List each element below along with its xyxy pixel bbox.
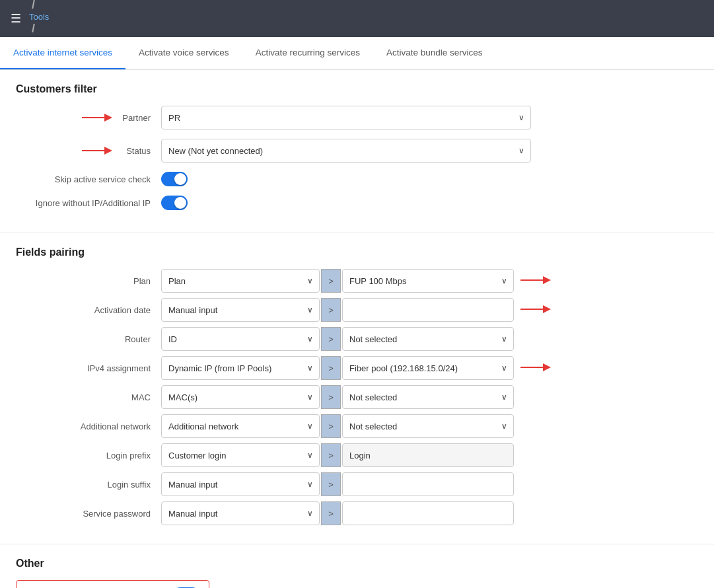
additional-network-arrow-btn[interactable]: > — [321, 414, 341, 438]
partner-arrow-indicator — [82, 112, 115, 123]
skip-active-toggle[interactable] — [161, 172, 188, 186]
skip-active-label: Skip active service check — [16, 174, 161, 184]
partner-select[interactable]: PR — [161, 106, 531, 129]
login-prefix-right: Login — [342, 443, 514, 467]
ignore-ip-row: Ignore without IP/Additional IP — [16, 196, 698, 210]
service-password-right — [342, 501, 514, 525]
service-password-label: Service password — [16, 509, 161, 519]
activation-date-label: Activation date — [16, 305, 161, 315]
router-left: ID ∨ — [161, 327, 320, 351]
login-prefix-left: Customer login ∨ — [161, 443, 320, 467]
router-arrow-btn[interactable]: > — [321, 327, 341, 351]
activation-date-arrow-btn[interactable]: > — [321, 298, 341, 322]
status-select[interactable]: New (Not yet connected) — [161, 139, 531, 163]
login-prefix-row: Login prefix Customer login ∨ > Login — [16, 443, 698, 467]
login-prefix-left-select[interactable]: Customer login — [161, 443, 320, 467]
ipv4-right-wrapper: Fiber pool (192.168.15.0/24) ∨ — [342, 356, 514, 380]
ignore-ip-toggle[interactable] — [161, 196, 188, 210]
plan-right: FUP 100 Mbps ∨ — [342, 269, 514, 293]
plan-left-select[interactable]: Plan — [161, 269, 320, 293]
service-password-left-select[interactable]: Manual input — [161, 501, 320, 525]
additional-network-row: Additional network Additional network ∨ … — [16, 414, 698, 438]
mac-right: Not selected ∨ — [342, 385, 514, 409]
login-suffix-left-wrapper: Manual input ∨ — [161, 472, 320, 496]
mac-left-select[interactable]: MAC(s) — [161, 385, 320, 409]
other-title: Other — [16, 558, 698, 570]
ipv4-right-arrow-indicator — [520, 362, 553, 375]
activation-date-input[interactable]: 2023-01-24 — [342, 298, 514, 322]
app-header: ☰ Config / Tools / Activate services — [0, 0, 714, 37]
activation-date-row: Activation date Manual input ∨ > 2023-01… — [16, 298, 698, 322]
login-suffix-left-select[interactable]: Manual input — [161, 472, 320, 496]
ipv4-label: IPv4 assignment — [16, 363, 161, 373]
status-arrow-indicator — [82, 145, 115, 156]
customers-filter-title: Customers filter — [16, 83, 698, 95]
router-right-wrapper: Not selected ∨ — [342, 327, 514, 351]
plan-right-select[interactable]: FUP 100 Mbps — [342, 269, 514, 293]
router-left-select[interactable]: ID — [161, 327, 320, 351]
ipv4-arrow-btn[interactable]: > — [321, 356, 341, 380]
breadcrumb-tools[interactable]: Tools — [29, 12, 49, 22]
plan-arrow-btn[interactable]: > — [321, 269, 341, 293]
login-suffix-row: Login suffix Manual input ∨ > — [16, 472, 698, 496]
tabs-bar: Activate internet services Activate voic… — [0, 37, 714, 70]
mac-row: MAC MAC(s) ∨ > Not selected ∨ — [16, 385, 698, 409]
mac-label: MAC — [16, 392, 161, 402]
ipv4-right-select[interactable]: Fiber pool (192.168.15.0/24) — [342, 356, 514, 380]
service-password-left: Manual input ∨ — [161, 501, 320, 525]
tab-recurring[interactable]: Activate recurring services — [242, 37, 373, 69]
tab-voice[interactable]: Activate voice services — [125, 37, 242, 69]
additional-network-left: Additional network ∨ — [161, 414, 320, 438]
ipv4-row: IPv4 assignment Dynamic IP (from IP Pool… — [16, 356, 698, 380]
router-left-wrapper: ID ∨ — [161, 327, 320, 351]
service-password-input[interactable] — [342, 501, 514, 525]
login-prefix-value: Login — [342, 443, 514, 467]
ipv4-red-arrow-icon — [520, 362, 553, 373]
additional-network-right: Not selected ∨ — [342, 414, 514, 438]
plan-left: Plan ∨ — [161, 269, 320, 293]
plan-right-arrow-indicator — [520, 275, 553, 287]
login-suffix-left: Manual input ∨ — [161, 472, 320, 496]
partner-row: Partner PR ∨ — [16, 106, 698, 129]
other-section: Other Set customers as "Active" on Submi… — [0, 544, 714, 588]
activation-date-left-select[interactable]: Manual input — [161, 298, 320, 322]
additional-network-label: Additional network — [16, 422, 161, 431]
additional-network-right-wrapper: Not selected ∨ — [342, 414, 514, 438]
mac-arrow-btn[interactable]: > — [321, 385, 341, 409]
service-password-left-wrapper: Manual input ∨ — [161, 501, 320, 525]
fields-pairing-title: Fields pairing — [16, 246, 698, 258]
additional-network-left-select[interactable]: Additional network — [161, 414, 320, 438]
hamburger-icon[interactable]: ☰ — [11, 11, 21, 26]
activation-date-left-wrapper: Manual input ∨ — [161, 298, 320, 322]
login-suffix-label: Login suffix — [16, 480, 161, 490]
router-row: Router ID ∨ > Not selected ∨ — [16, 327, 698, 351]
mac-right-wrapper: Not selected ∨ — [342, 385, 514, 409]
tab-bundle[interactable]: Activate bundle services — [373, 37, 496, 69]
service-password-row: Service password Manual input ∨ > — [16, 501, 698, 525]
activation-date-red-arrow-icon — [520, 304, 553, 314]
router-right: Not selected ∨ — [342, 327, 514, 351]
activation-date-right-arrow-indicator — [520, 304, 553, 316]
plan-right-wrapper: FUP 100 Mbps ∨ — [342, 269, 514, 293]
ipv4-right: Fiber pool (192.168.15.0/24) ∨ — [342, 356, 514, 380]
ipv4-left-select[interactable]: Dynamic IP (from IP Pools) — [161, 356, 320, 380]
login-suffix-right — [342, 472, 514, 496]
tab-internet[interactable]: Activate internet services — [0, 37, 125, 69]
service-password-arrow-btn[interactable]: > — [321, 501, 341, 525]
login-prefix-arrow-btn[interactable]: > — [321, 443, 341, 467]
status-red-arrow-icon — [82, 145, 115, 156]
ipv4-left-wrapper: Dynamic IP (from IP Pools) ∨ — [161, 356, 320, 380]
plan-red-arrow-icon — [520, 275, 553, 285]
mac-right-select[interactable]: Not selected — [342, 385, 514, 409]
router-right-select[interactable]: Not selected — [342, 327, 514, 351]
login-suffix-input[interactable] — [342, 472, 514, 496]
page-container: Activate internet services Activate voic… — [0, 37, 714, 588]
plan-label: Plan — [16, 276, 161, 286]
login-suffix-arrow-btn[interactable]: > — [321, 472, 341, 496]
status-select-wrapper: New (Not yet connected) ∨ — [161, 139, 531, 163]
skip-active-knob — [174, 173, 186, 185]
activation-date-right: 2023-01-24 — [342, 298, 514, 322]
additional-network-right-select[interactable]: Not selected — [342, 414, 514, 438]
ignore-ip-label: Ignore without IP/Additional IP — [16, 198, 161, 208]
login-prefix-label: Login prefix — [16, 451, 161, 460]
